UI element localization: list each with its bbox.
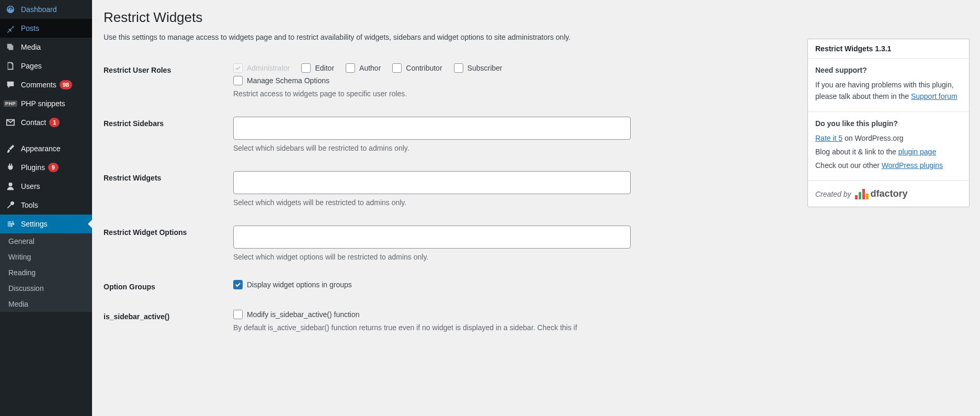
plugins-count-badge: 9 — [48, 163, 59, 172]
php-icon: PHP — [5, 98, 16, 109]
wp-plugins-link[interactable]: WordPress plugins — [882, 161, 943, 170]
submenu-item-discussion[interactable]: Discussion — [0, 280, 92, 296]
sidebar-item-users[interactable]: Users — [0, 177, 92, 196]
sidebar-item-media[interactable]: Media — [0, 38, 92, 57]
settings-form: Restrict User Roles Administrator Editor — [104, 54, 637, 341]
checkbox-icon[interactable] — [454, 63, 463, 73]
box-title: Restrict Widgets 1.3.1 — [808, 39, 969, 59]
row-restrict-widget-options: Restrict Widget Options Select which wid… — [104, 216, 637, 271]
mail-icon — [5, 117, 16, 128]
role-checkbox-schema[interactable]: Manage Schema Options — [233, 76, 329, 85]
sidebar-item-label: Plugins — [21, 163, 45, 172]
checkbox-label: Editor — [315, 64, 334, 72]
rate-link[interactable]: Rate it 5 — [815, 134, 842, 142]
widget-options-select[interactable] — [233, 226, 631, 249]
sidebar-item-pages[interactable]: Pages — [0, 57, 92, 75]
sidebar-item-label: Settings — [21, 220, 48, 228]
sidebar-item-label: Contact — [21, 118, 46, 127]
submenu-item-reading[interactable]: Reading — [0, 265, 92, 280]
checkbox-label: Display widget options in groups — [247, 280, 352, 289]
checkbox-icon[interactable] — [301, 63, 311, 73]
field-description: By default is_active_sidebar() function … — [233, 323, 631, 332]
submenu-item-media[interactable]: Media — [0, 296, 92, 312]
checkbox-icon[interactable] — [233, 280, 243, 289]
sidebar-item-posts[interactable]: Posts — [0, 19, 92, 38]
widgets-select[interactable] — [233, 171, 631, 194]
contact-count-badge: 1 — [49, 118, 60, 127]
sidebar-item-label: Media — [21, 43, 41, 51]
sidebar-item-tools[interactable]: Tools — [0, 196, 92, 215]
field-label: Option Groups — [104, 280, 233, 291]
brush-icon — [5, 143, 16, 154]
support-forum-link[interactable]: Support forum — [911, 92, 958, 100]
field-label: Restrict Sidebars — [104, 117, 233, 128]
media-icon — [5, 42, 16, 52]
sidebar-item-contact[interactable]: Contact 1 — [0, 113, 92, 132]
plugin-page-link[interactable]: plugin page — [898, 148, 936, 156]
dashboard-icon — [5, 4, 16, 15]
sidebar-item-plugins[interactable]: Plugins 9 — [0, 158, 92, 177]
sidebar-item-label: Tools — [21, 201, 38, 209]
checkbox-icon[interactable] — [346, 63, 355, 73]
row-restrict-sidebars: Restrict Sidebars Select which sidebars … — [104, 107, 637, 162]
wrench-icon — [5, 200, 16, 210]
support-text: If you are having problems with this plu… — [815, 80, 962, 102]
field-label: Restrict User Roles — [104, 63, 233, 74]
plug-icon — [5, 162, 16, 173]
bars-icon — [855, 189, 869, 199]
page-title: Restrict Widgets — [104, 9, 968, 26]
pin-icon — [5, 23, 16, 33]
sidebar-item-dashboard[interactable]: Dashboard — [0, 0, 92, 19]
sidebar-item-settings[interactable]: Settings — [0, 215, 92, 233]
sidebar-info-column: Restrict Widgets 1.3.1 Need support? If … — [807, 39, 970, 216]
row-restrict-user-roles: Restrict User Roles Administrator Editor — [104, 54, 637, 107]
checkbox-icon[interactable] — [392, 63, 402, 73]
field-label: Restrict Widgets — [104, 171, 233, 182]
field-description: Select which widgets will be restricted … — [233, 198, 631, 207]
row-restrict-widgets: Restrict Widgets Select which widgets wi… — [104, 162, 637, 216]
comments-count-badge: 98 — [60, 80, 72, 89]
role-checkbox-editor[interactable]: Editor — [301, 63, 334, 73]
settings-icon — [5, 219, 16, 229]
checkbox-icon[interactable] — [233, 310, 243, 319]
field-label: is_sidebar_active() — [104, 310, 233, 321]
section-heading: Do you like this plugin? — [815, 119, 962, 128]
created-by-section: Created by dfactory — [808, 181, 969, 207]
checkbox-icon[interactable] — [233, 76, 243, 85]
sidebar-item-php-snippets[interactable]: PHP PHP snippets — [0, 94, 92, 113]
sidebar-item-label: PHP snippets — [21, 99, 65, 108]
field-description: Select which widget options will be rest… — [233, 253, 631, 261]
checkbox-label: Author — [359, 64, 381, 72]
checkbox-label: Modify is_sidebar_active() function — [247, 310, 360, 319]
dfactory-logo[interactable]: dfactory — [855, 188, 907, 199]
brand-text: dfactory — [870, 188, 907, 199]
sidebar-item-label: Users — [21, 182, 40, 190]
pages-icon — [5, 61, 16, 71]
user-icon — [5, 181, 16, 192]
created-by-text: Created by — [815, 190, 851, 198]
sidebar-item-appearance[interactable]: Appearance — [0, 139, 92, 158]
info-box: Restrict Widgets 1.3.1 Need support? If … — [807, 39, 970, 207]
role-checkbox-author[interactable]: Author — [346, 63, 381, 73]
role-checkbox-subscriber[interactable]: Subscriber — [454, 63, 503, 73]
field-description: Select which sidebars will be restricted… — [233, 144, 631, 152]
sidebar-item-label: Comments — [21, 81, 56, 89]
checkbox-label: Subscriber — [468, 64, 503, 72]
support-section: Need support? If you are having problems… — [808, 59, 969, 112]
checkbox-label: Contributor — [406, 64, 442, 72]
section-heading: Need support? — [815, 66, 962, 74]
modify-sidebar-active-checkbox[interactable]: Modify is_sidebar_active() function — [233, 310, 631, 319]
role-checkbox-contributor[interactable]: Contributor — [392, 63, 442, 73]
submenu-item-general[interactable]: General — [0, 233, 92, 249]
role-checkbox-administrator: Administrator — [233, 63, 290, 73]
admin-sidebar: Dashboard Posts Media Pages Comments 98 … — [0, 0, 92, 416]
sidebar-item-comments[interactable]: Comments 98 — [0, 75, 92, 94]
field-label: Restrict Widget Options — [104, 226, 233, 237]
field-description: Restrict access to widgets page to speci… — [233, 89, 631, 98]
sidebar-item-label: Dashboard — [21, 5, 57, 14]
sidebar-item-label: Posts — [21, 24, 39, 32]
sidebars-select[interactable] — [233, 117, 631, 140]
option-groups-checkbox[interactable]: Display widget options in groups — [233, 280, 631, 289]
menu-separator — [0, 132, 92, 139]
submenu-item-writing[interactable]: Writing — [0, 249, 92, 265]
